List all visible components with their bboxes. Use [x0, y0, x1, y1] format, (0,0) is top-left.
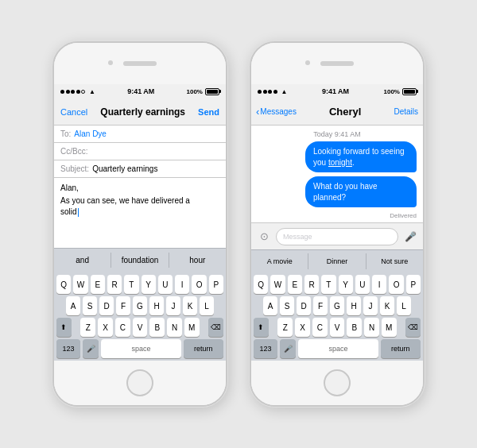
msg-key-i[interactable]: I: [372, 275, 386, 294]
key-a[interactable]: A: [66, 296, 80, 315]
msg-key-w[interactable]: W: [270, 275, 285, 294]
mdot3: [268, 90, 272, 94]
msg-key-c[interactable]: C: [312, 318, 328, 337]
key-m[interactable]: M: [184, 318, 200, 337]
subject-field[interactable]: Subject: Quarterly earnings: [54, 160, 226, 178]
key-s[interactable]: S: [83, 296, 97, 315]
home-button-email[interactable]: [126, 369, 153, 396]
msg-key-shift[interactable]: ⬆: [254, 318, 269, 337]
cursor: [78, 208, 79, 217]
msg-key-e[interactable]: E: [288, 275, 302, 294]
dot1: [60, 90, 64, 94]
msg-key-l[interactable]: L: [397, 296, 411, 315]
camera-button[interactable]: ⊙: [255, 228, 273, 245]
key-c[interactable]: C: [115, 318, 130, 337]
key-g[interactable]: G: [133, 296, 147, 315]
msg-key-b[interactable]: B: [347, 318, 362, 337]
key-j[interactable]: J: [166, 296, 180, 315]
mic-button[interactable]: 🎤: [401, 228, 419, 245]
key-z[interactable]: Z: [80, 318, 95, 337]
home-button-messages[interactable]: [324, 369, 351, 396]
pred-word-hour[interactable]: hour: [169, 253, 226, 268]
msg-key-delete[interactable]: ⌫: [405, 318, 421, 337]
key-k[interactable]: K: [183, 296, 197, 315]
kb-row-2-msg: A S D F G H J K L: [254, 296, 421, 315]
key-h[interactable]: H: [149, 296, 164, 315]
send-button[interactable]: Send: [198, 107, 219, 117]
key-o[interactable]: O: [192, 275, 206, 294]
key-y[interactable]: Y: [142, 275, 156, 294]
msg-key-h[interactable]: H: [347, 296, 361, 315]
email-iphone: ▲ 9:41 AM 100% Cancel Quarterly earnings…: [52, 41, 227, 407]
quick-reply-2[interactable]: Dinner: [308, 253, 366, 269]
message-input[interactable]: Message: [276, 228, 398, 245]
msg-key-n[interactable]: N: [364, 318, 379, 337]
messages-keyboard: Q W E R T Y U I O P A S D F G: [251, 272, 423, 361]
key-x[interactable]: X: [98, 318, 113, 337]
msg-key-num[interactable]: 123: [254, 339, 277, 358]
cancel-button[interactable]: Cancel: [60, 107, 87, 117]
carrier-dots-email: [60, 90, 85, 94]
key-return-email[interactable]: return: [184, 339, 223, 358]
key-u[interactable]: U: [158, 275, 173, 294]
bubble-1-text1: Looking forward to seeing you: [313, 147, 405, 167]
key-space-email[interactable]: space: [101, 339, 181, 358]
key-n[interactable]: N: [167, 318, 182, 337]
msg-key-r[interactable]: R: [304, 275, 319, 294]
key-i[interactable]: I: [175, 275, 189, 294]
dot4: [76, 90, 80, 94]
key-b[interactable]: B: [149, 318, 165, 337]
msg-key-x[interactable]: X: [295, 318, 310, 337]
quick-reply-1[interactable]: A movie: [251, 253, 308, 269]
key-l[interactable]: L: [200, 296, 214, 315]
msg-key-u[interactable]: U: [355, 275, 370, 294]
quick-reply-3[interactable]: Not sure: [366, 253, 423, 269]
msg-key-t[interactable]: T: [321, 275, 335, 294]
msg-key-g[interactable]: G: [330, 296, 344, 315]
key-shift[interactable]: ⬆: [56, 318, 72, 337]
email-screen: ▲ 9:41 AM 100% Cancel Quarterly earnings…: [54, 84, 226, 361]
messages-date: Today 9:41 AM: [251, 126, 423, 141]
email-body[interactable]: Alan, As you can see, we have delivered …: [54, 178, 226, 248]
messages-iphone: ▲ 9:41 AM 100% ‹ Messages Cheryl Details: [250, 41, 425, 407]
key-r[interactable]: R: [107, 275, 122, 294]
bubble-1-text2: .: [352, 158, 355, 167]
key-num-email[interactable]: 123: [56, 339, 80, 358]
mdot1: [258, 90, 262, 94]
msg-key-v[interactable]: V: [330, 318, 345, 337]
key-d[interactable]: D: [99, 296, 114, 315]
key-e[interactable]: E: [91, 275, 105, 294]
key-t[interactable]: T: [124, 275, 138, 294]
msg-key-p[interactable]: P: [406, 275, 421, 294]
key-p[interactable]: P: [209, 275, 223, 294]
msg-key-mic[interactable]: 🎤: [280, 339, 296, 358]
msg-key-f[interactable]: F: [313, 296, 328, 315]
key-v[interactable]: V: [133, 318, 148, 337]
msg-key-o[interactable]: O: [389, 275, 403, 294]
msg-key-k[interactable]: K: [380, 296, 394, 315]
key-delete[interactable]: ⌫: [208, 318, 223, 337]
msg-key-j[interactable]: J: [363, 296, 378, 315]
msg-key-q[interactable]: Q: [254, 275, 268, 294]
key-f[interactable]: F: [116, 296, 130, 315]
msg-key-return[interactable]: return: [381, 339, 421, 358]
msg-key-s[interactable]: S: [280, 296, 294, 315]
details-button[interactable]: Details: [394, 107, 418, 116]
pred-word-and[interactable]: and: [54, 253, 111, 268]
key-mic-email[interactable]: 🎤: [83, 339, 99, 358]
back-button[interactable]: ‹ Messages: [256, 106, 297, 118]
msg-key-a[interactable]: A: [263, 296, 277, 315]
status-bar-email: ▲ 9:41 AM 100%: [54, 84, 226, 98]
msg-key-z[interactable]: Z: [277, 318, 293, 337]
to-field[interactable]: To: Alan Dye: [54, 126, 226, 143]
msg-key-space[interactable]: space: [298, 339, 378, 358]
cc-field[interactable]: Cc/Bcc:: [54, 143, 226, 160]
key-q[interactable]: Q: [56, 275, 71, 294]
message-input-area: ⊙ Message 🎤: [251, 222, 423, 249]
pred-word-foundation[interactable]: foundation: [111, 253, 169, 268]
msg-key-y[interactable]: Y: [339, 275, 353, 294]
key-w[interactable]: W: [73, 275, 87, 294]
msg-key-d[interactable]: D: [297, 296, 311, 315]
msg-key-m[interactable]: M: [382, 318, 397, 337]
status-left-email: ▲: [60, 88, 95, 95]
